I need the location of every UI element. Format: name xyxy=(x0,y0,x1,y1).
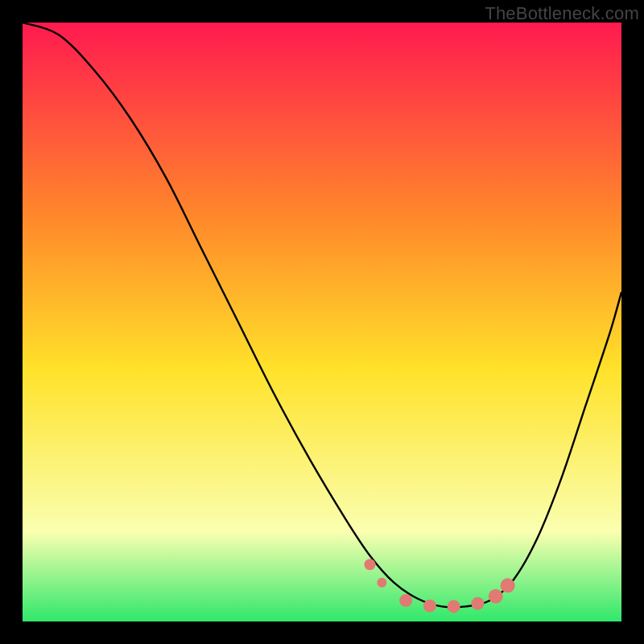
marker-dot xyxy=(471,597,484,610)
gradient-background xyxy=(23,23,621,621)
chart-frame xyxy=(23,23,621,621)
marker-dot xyxy=(423,600,436,613)
marker-dot xyxy=(489,589,503,604)
marker-dot xyxy=(365,559,376,570)
marker-dot xyxy=(399,594,412,607)
bottleneck-chart xyxy=(23,23,621,621)
marker-dot xyxy=(501,578,515,592)
watermark-text: TheBottleneck.com xyxy=(485,3,639,24)
marker-dot xyxy=(448,600,460,613)
marker-dot xyxy=(377,578,386,588)
